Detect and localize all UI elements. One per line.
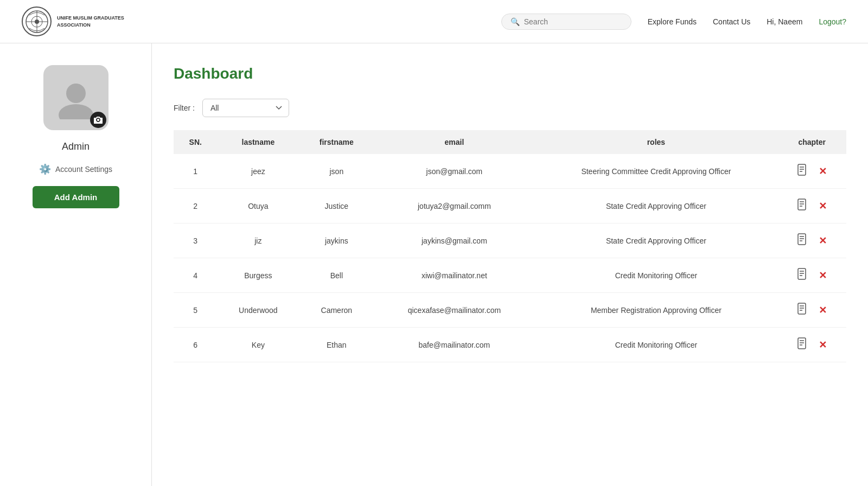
col-roles: roles [534, 130, 777, 154]
account-settings-link[interactable]: ⚙️ Account Settings [39, 163, 112, 175]
delete-button[interactable]: ✕ [819, 200, 827, 212]
cell-email: bafe@mailinator.com [374, 328, 534, 362]
explore-funds-link[interactable]: Explore Funds [648, 17, 697, 26]
logo-text: UNIFE MUSLIM GRADUATES ASSOCIATION [57, 15, 124, 28]
account-settings-label: Account Settings [55, 165, 112, 174]
logout-link[interactable]: Logout? [819, 17, 846, 26]
camera-button[interactable] [90, 112, 106, 128]
cell-actions: ✕ [777, 293, 846, 328]
col-lastname: lastname [218, 130, 299, 154]
svg-rect-20 [798, 268, 806, 279]
user-greeting: Hi, Naeem [767, 17, 802, 26]
filter-row: Filter : All Active Inactive [174, 99, 846, 117]
col-sn: SN. [174, 130, 218, 154]
cell-lastname: Otuya [218, 189, 299, 223]
edit-button[interactable] [797, 337, 808, 352]
svg-rect-8 [798, 164, 806, 175]
cell-actions: ✕ [777, 258, 846, 293]
col-email: email [374, 130, 534, 154]
edit-button[interactable] [797, 268, 808, 283]
edit-button[interactable] [797, 303, 808, 317]
gear-icon: ⚙️ [39, 163, 51, 175]
cell-lastname: jeez [218, 154, 299, 189]
table-header: SN. lastname firstname email roles chapt… [174, 130, 846, 154]
admin-name-label: Admin [62, 141, 90, 152]
cell-lastname: jiz [218, 223, 299, 258]
cell-roles: Credit Monitoring Officer [534, 328, 777, 362]
table-row: 3jizjaykinsjaykins@gmail.comState Credit… [174, 223, 846, 258]
logo-area: UNIFE MUSLIM GRADUATES ASSOCIATION [22, 7, 124, 36]
table-row: 2OtuyaJusticejotuya2@gmail.commState Cre… [174, 189, 846, 223]
table-row: 4BurgessBellxiwi@mailinator.netCredit Mo… [174, 258, 846, 293]
cell-email: jaykins@gmail.com [374, 223, 534, 258]
svg-point-5 [66, 84, 86, 103]
delete-button[interactable]: ✕ [819, 270, 827, 282]
contact-us-link[interactable]: Contact Us [713, 17, 750, 26]
add-admin-button[interactable]: Add Admin [33, 186, 119, 208]
cell-sn: 5 [174, 293, 218, 328]
cell-lastname: Underwood [218, 293, 299, 328]
cell-email: jotuya2@gmail.comm [374, 189, 534, 223]
svg-rect-12 [798, 199, 806, 210]
logo-emblem [22, 7, 52, 36]
cell-firstname: Ethan [299, 328, 374, 362]
header-nav: 🔍 Explore Funds Contact Us Hi, Naeem Log… [501, 14, 846, 30]
cell-sn: 2 [174, 189, 218, 223]
cell-firstname: Justice [299, 189, 374, 223]
svg-point-7 [97, 119, 99, 121]
delete-button[interactable]: ✕ [819, 165, 827, 177]
sidebar: Admin ⚙️ Account Settings Add Admin [0, 43, 152, 486]
svg-rect-24 [798, 303, 806, 314]
edit-button[interactable] [797, 233, 808, 248]
col-firstname: firstname [299, 130, 374, 154]
cell-firstname: Cameron [299, 293, 374, 328]
cell-email: qicexafase@mailinator.com [374, 293, 534, 328]
table-row: 5UnderwoodCameronqicexafase@mailinator.c… [174, 293, 846, 328]
admin-table: SN. lastname firstname email roles chapt… [174, 130, 846, 362]
table-header-row: SN. lastname firstname email roles chapt… [174, 130, 846, 154]
cell-email: json@gmail.com [374, 154, 534, 189]
cell-firstname: jaykins [299, 223, 374, 258]
table-row: 1jeezjsonjson@gmail.comSteering Committe… [174, 154, 846, 189]
svg-rect-16 [798, 234, 806, 245]
cell-roles: Credit Monitoring Officer [534, 258, 777, 293]
page-title: Dashboard [174, 65, 846, 82]
filter-label: Filter : [174, 104, 195, 112]
cell-roles: Member Registration Approving Officer [534, 293, 777, 328]
svg-point-6 [59, 104, 93, 119]
table-row: 6KeyEthanbafe@mailinator.comCredit Monit… [174, 328, 846, 362]
cell-actions: ✕ [777, 223, 846, 258]
edit-button[interactable] [797, 199, 808, 213]
cell-roles: State Credit Approving Officer [534, 189, 777, 223]
cell-actions: ✕ [777, 189, 846, 223]
cell-roles: State Credit Approving Officer [534, 223, 777, 258]
delete-button[interactable]: ✕ [819, 339, 827, 351]
page-layout: Admin ⚙️ Account Settings Add Admin Dash… [0, 43, 868, 486]
cell-sn: 4 [174, 258, 218, 293]
cell-lastname: Key [218, 328, 299, 362]
header: UNIFE MUSLIM GRADUATES ASSOCIATION 🔍 Exp… [0, 0, 868, 43]
col-chapter: chapter [777, 130, 846, 154]
delete-button[interactable]: ✕ [819, 304, 827, 316]
search-input[interactable] [524, 17, 622, 26]
svg-rect-28 [798, 338, 806, 349]
search-bar[interactable]: 🔍 [501, 14, 631, 30]
cell-firstname: json [299, 154, 374, 189]
cell-sn: 3 [174, 223, 218, 258]
edit-button[interactable] [797, 164, 808, 178]
cell-sn: 1 [174, 154, 218, 189]
filter-select[interactable]: All Active Inactive [202, 99, 289, 117]
cell-firstname: Bell [299, 258, 374, 293]
cell-lastname: Burgess [218, 258, 299, 293]
cell-actions: ✕ [777, 154, 846, 189]
search-icon: 🔍 [510, 17, 520, 26]
main-content: Dashboard Filter : All Active Inactive S… [152, 43, 868, 486]
delete-button[interactable]: ✕ [819, 235, 827, 247]
cell-email: xiwi@mailinator.net [374, 258, 534, 293]
cell-roles: Steering Committee Credit Approving Offi… [534, 154, 777, 189]
avatar-wrap [43, 65, 108, 130]
table-body: 1jeezjsonjson@gmail.comSteering Committe… [174, 154, 846, 362]
cell-actions: ✕ [777, 328, 846, 362]
cell-sn: 6 [174, 328, 218, 362]
